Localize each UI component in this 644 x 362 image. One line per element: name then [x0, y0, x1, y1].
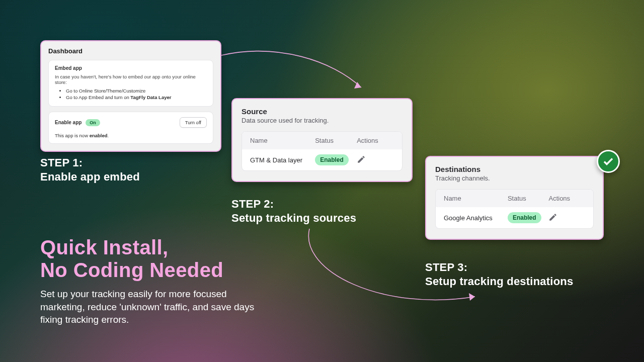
pencil-icon[interactable] — [548, 213, 557, 222]
embed-app-panel: Embed app In case you haven't, here's ho… — [48, 60, 213, 107]
step-3-caption: STEP 3: Setup tracking destinations — [425, 260, 573, 288]
svg-marker-1 — [469, 293, 475, 301]
source-table-header: Name Status Actions — [242, 132, 402, 149]
col-name: Name — [444, 195, 508, 202]
destinations-subtitle: Tracking channels. — [435, 174, 594, 182]
embed-step-1: Go to Online Store/Theme/Customize — [66, 88, 207, 94]
source-table-row: GTM & Data layer Enabled — [242, 149, 402, 170]
svg-marker-0 — [354, 82, 361, 88]
destination-row-status-pill: Enabled — [508, 212, 541, 223]
col-actions: Actions — [548, 195, 585, 202]
source-card: Source Data source used for tracking. Na… — [231, 98, 413, 182]
embed-app-intro: In case you haven't, here's how to embed… — [55, 74, 207, 85]
enable-app-status-text: This app is now enabled. — [55, 133, 207, 138]
destinations-table: Name Status Actions Google Analytics Ena… — [435, 189, 594, 229]
step-2-caption: STEP 2: Setup tracking sources — [231, 197, 356, 225]
hero-title: Quick Install, No Coding Needed — [40, 236, 223, 282]
destinations-table-header: Name Status Actions — [436, 190, 593, 207]
col-actions: Actions — [357, 137, 394, 144]
col-status: Status — [315, 137, 357, 144]
turn-off-button[interactable]: Turn off — [180, 117, 207, 128]
step-1-caption: STEP 1: Enable app embed — [40, 156, 140, 184]
col-name: Name — [250, 137, 315, 144]
source-row-name: GTM & Data layer — [250, 156, 315, 164]
enable-app-title: Enable app — [55, 120, 82, 125]
destination-row-name: Google Analytics — [444, 214, 508, 222]
source-table: Name Status Actions GTM & Data layer Ena… — [242, 131, 403, 171]
pencil-icon[interactable] — [357, 155, 366, 164]
checkmark-icon — [597, 150, 620, 173]
enable-app-panel: Enable app On Turn off This app is now e… — [48, 112, 213, 144]
destinations-table-row: Google Analytics Enabled — [436, 207, 593, 228]
dashboard-title: Dashboard — [48, 47, 213, 55]
embed-step-2: Go to App Embed and turn on TagFly Data … — [66, 95, 207, 100]
source-row-status-pill: Enabled — [315, 154, 349, 165]
destinations-card: Destinations Tracking channels. Name Sta… — [425, 156, 604, 240]
destinations-title: Destinations — [435, 165, 594, 173]
dashboard-card: Dashboard Embed app In case you haven't,… — [40, 40, 221, 152]
flow-arrow-1 — [216, 45, 377, 106]
enable-app-status-pill: On — [86, 119, 100, 126]
source-subtitle: Data source used for tracking. — [242, 117, 403, 124]
col-status: Status — [508, 195, 549, 202]
embed-app-title: Embed app — [55, 65, 207, 71]
hero-body: Set up your tracking easily for more foc… — [40, 288, 257, 326]
source-title: Source — [242, 107, 403, 116]
